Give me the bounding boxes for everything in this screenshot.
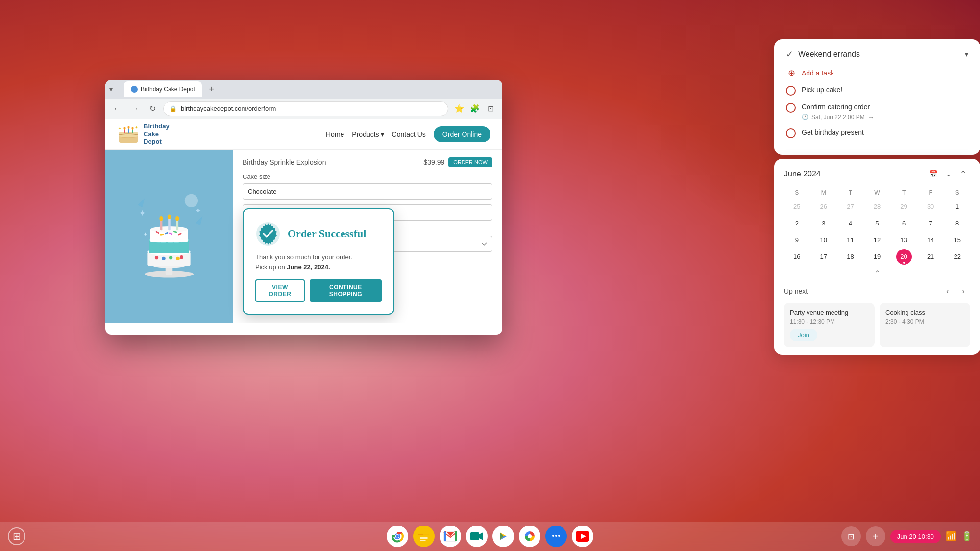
address-bar[interactable]: 🔒 birthdaycakedepot.com/orderform [163, 101, 448, 116]
new-tab-button[interactable]: + [205, 82, 219, 96]
browser-tab[interactable]: Birthday Cake Depot [124, 81, 202, 97]
gmail-app-icon[interactable] [440, 526, 461, 547]
success-badge-icon [255, 221, 281, 247]
task-checkbox[interactable] [786, 128, 796, 138]
browser-collapse-btn[interactable]: ▾ [109, 84, 119, 94]
add-task-row[interactable]: ⊕ Add a task [786, 68, 968, 78]
cal-day-today[interactable]: 20 [896, 249, 912, 265]
tasks-check-icon: ✓ [786, 49, 793, 60]
products-chevron-icon: ▾ [381, 130, 384, 138]
cal-day[interactable]: 12 [869, 232, 885, 248]
cal-day[interactable]: 21 [923, 249, 938, 265]
cal-day[interactable]: 7 [923, 216, 938, 231]
chat-app-icon[interactable] [545, 526, 567, 547]
battery-icon[interactable]: 🔋 [961, 531, 972, 542]
cal-day[interactable]: 30 [923, 199, 938, 215]
calendar-icon-btn[interactable]: 📅 [926, 167, 941, 181]
play-store-icon[interactable] [492, 526, 514, 547]
cal-day[interactable]: 6 [896, 216, 912, 231]
cal-day[interactable]: 2 [789, 216, 805, 231]
order-now-button[interactable]: ORDER NOW [448, 157, 492, 167]
events-row: Party venue meeting 11:30 - 12:30 PM Joi… [784, 303, 970, 347]
meet-app-icon[interactable] [466, 526, 488, 547]
event-card-party: Party venue meeting 11:30 - 12:30 PM Joi… [784, 303, 875, 347]
youtube-app-icon[interactable] [572, 526, 593, 547]
back-button[interactable]: ← [110, 102, 124, 116]
task-checkbox[interactable] [786, 86, 796, 96]
cal-day[interactable]: 5 [869, 216, 885, 231]
cal-day[interactable]: 25 [789, 199, 805, 215]
up-next-next-button[interactable]: › [956, 284, 970, 298]
cal-day[interactable]: 26 [816, 199, 832, 215]
svg-rect-30 [168, 218, 171, 230]
wifi-icon[interactable]: 📶 [946, 531, 956, 542]
cal-day[interactable]: 13 [896, 232, 912, 248]
event-time: 2:30 - 4:30 PM [885, 318, 964, 325]
continue-shopping-button[interactable]: CONTINUE SHOPPING [310, 279, 382, 302]
nav-home[interactable]: Home [326, 130, 344, 138]
up-next-header: Up next ‹ › [784, 284, 970, 298]
calendar-widget: June 2024 📅 ⌄ ⌃ S M T W T F S 25 26 27 2… [774, 159, 980, 355]
event-name: Party venue meeting [790, 309, 869, 316]
screenshot-icon[interactable]: ⊡ [841, 526, 861, 546]
cal-day[interactable]: 9 [789, 232, 805, 248]
cake-size-input[interactable] [243, 183, 492, 200]
refresh-button[interactable]: ↻ [146, 102, 159, 116]
cal-day[interactable]: 10 [816, 232, 832, 248]
cal-day[interactable]: 22 [950, 249, 965, 265]
join-button[interactable]: Join [790, 329, 817, 341]
add-icon[interactable]: + [866, 526, 885, 546]
cal-day[interactable]: 11 [842, 232, 858, 248]
extension-icon[interactable]: 🧩 [468, 102, 482, 116]
calendar-expand-btn[interactable]: ⌄ [941, 167, 956, 181]
files-svg [416, 529, 431, 544]
website-content: ✦ ✦ ✦ [105, 150, 502, 323]
cal-day[interactable]: 18 [842, 249, 858, 265]
cal-day[interactable]: 15 [950, 232, 965, 248]
cal-day[interactable]: 16 [789, 249, 805, 265]
nav-contact[interactable]: Contact Us [392, 130, 426, 138]
forward-button[interactable]: → [128, 102, 142, 116]
cal-day[interactable]: 29 [896, 199, 912, 215]
photos-svg [522, 529, 537, 544]
order-online-button[interactable]: Order Online [434, 126, 490, 142]
files-app-icon[interactable] [413, 526, 435, 547]
cal-day[interactable]: 28 [869, 199, 885, 215]
cal-header-fri: F [918, 187, 944, 198]
site-logo: ✦ ✦ BirthdayCakeDepot [117, 123, 170, 146]
calendar-bottom-btn[interactable]: ⌃ [870, 269, 884, 278]
cal-day[interactable]: 1 [950, 199, 965, 215]
nav-products[interactable]: Products ▾ [352, 130, 384, 138]
modal-header: Order Successful [255, 221, 382, 247]
taskbar-time-val: 10:30 [918, 533, 934, 540]
address-lock-icon: 🔒 [170, 105, 177, 112]
calendar-collapse-btn[interactable]: ⌃ [956, 167, 970, 181]
svg-rect-51 [444, 531, 446, 541]
cal-day[interactable]: 3 [816, 216, 832, 231]
view-order-button[interactable]: VIEW ORDER [255, 279, 305, 302]
launcher-button[interactable]: ⊞ [8, 527, 25, 545]
cal-day[interactable]: 8 [950, 216, 965, 231]
cal-day[interactable]: 14 [923, 232, 938, 248]
cal-day[interactable]: 4 [842, 216, 858, 231]
up-next-prev-button[interactable]: ‹ [941, 284, 955, 298]
bookmark-icon[interactable]: ⭐ [452, 102, 466, 116]
task-text: Pick up cake! [802, 85, 842, 95]
meet-svg [469, 529, 484, 543]
chrome-app-icon[interactable] [387, 526, 408, 547]
taskbar-date-time[interactable]: Jun 20 10:30 [890, 530, 941, 543]
photos-app-icon[interactable] [519, 526, 540, 547]
taskbar-date: Jun 20 [897, 533, 916, 540]
svg-point-10 [185, 194, 198, 207]
task-checkbox[interactable] [786, 103, 796, 113]
profile-icon[interactable]: ⊡ [484, 102, 497, 116]
cal-header-thu: T [891, 187, 917, 198]
cal-day[interactable]: 19 [869, 249, 885, 265]
tasks-dropdown-chevron[interactable]: ▾ [965, 50, 968, 58]
taskbar: ⊞ [0, 522, 980, 551]
modal-actions: VIEW ORDER CONTINUE SHOPPING [255, 279, 382, 302]
youtube-svg [575, 530, 590, 542]
cal-day[interactable]: 17 [816, 249, 832, 265]
task-item: Get birthday present [786, 128, 968, 138]
cal-day[interactable]: 27 [842, 199, 858, 215]
